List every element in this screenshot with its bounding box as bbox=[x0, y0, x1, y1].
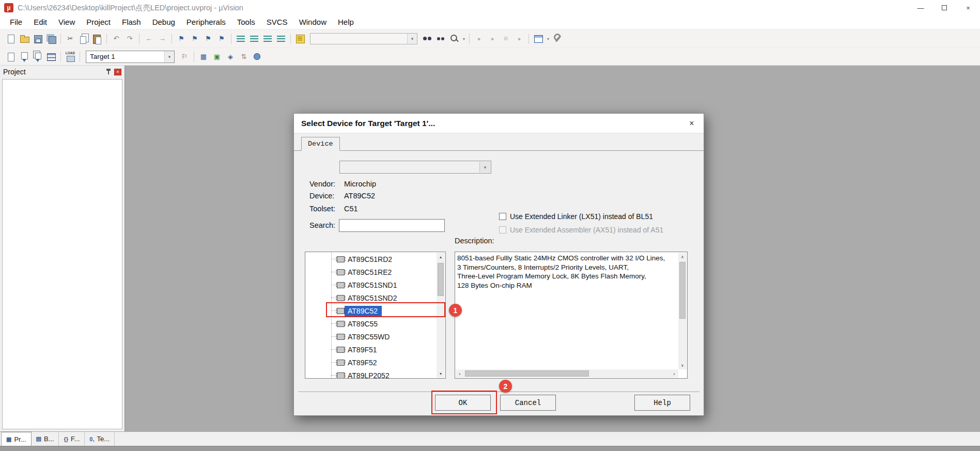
maximize-button[interactable] bbox=[932, 0, 956, 15]
zoom-icon[interactable]: ▾ bbox=[448, 33, 460, 45]
scroll-up-icon[interactable]: ▴ bbox=[437, 253, 445, 261]
scroll-thumb[interactable] bbox=[465, 370, 589, 377]
device-list-item[interactable]: AT89F51 bbox=[305, 343, 437, 356]
bookmark-clear-icon[interactable]: ⚑ bbox=[215, 33, 228, 45]
chevron-down-icon[interactable]: ▾ bbox=[407, 34, 417, 44]
device-list-item[interactable]: AT89C51RE2 bbox=[305, 266, 437, 278]
configure-watch-icon[interactable] bbox=[294, 33, 306, 45]
cpu-dropdown[interactable]: ▾ bbox=[339, 161, 491, 174]
extended-linker-checkbox[interactable]: Use Extended Linker (LX51) instead of BL… bbox=[499, 212, 653, 221]
device-list-item[interactable]: AT89C51SND1 bbox=[305, 278, 437, 291]
nav-forward-icon[interactable]: → bbox=[156, 33, 168, 45]
comment-icon[interactable] bbox=[261, 33, 274, 45]
device-list-item[interactable]: AT89C52 bbox=[305, 304, 437, 317]
rebuild-icon[interactable] bbox=[32, 51, 44, 63]
configure-icon[interactable] bbox=[551, 33, 564, 45]
window-layout-icon[interactable]: ▾ bbox=[532, 33, 545, 45]
menu-flash[interactable]: Flash bbox=[116, 15, 147, 29]
save-icon[interactable] bbox=[32, 33, 44, 45]
find-icon[interactable] bbox=[434, 33, 447, 45]
manage-project-items-icon[interactable]: ▦ bbox=[197, 51, 210, 63]
menu-tools[interactable]: Tools bbox=[231, 15, 261, 29]
search-input[interactable] bbox=[339, 219, 445, 232]
menu-window[interactable]: Window bbox=[293, 15, 332, 29]
bottom-tab-project[interactable]: ▦Pr... bbox=[1, 432, 32, 446]
bookmark-next-icon[interactable]: ⚑ bbox=[202, 33, 214, 45]
bottom-tab-templates[interactable]: 0,Te... bbox=[85, 432, 115, 446]
menu-view[interactable]: View bbox=[53, 15, 81, 29]
open-folder-icon[interactable] bbox=[18, 33, 30, 45]
menu-svcs[interactable]: SVCS bbox=[261, 15, 293, 29]
batch-build-icon[interactable] bbox=[45, 51, 57, 63]
build-icon[interactable] bbox=[18, 51, 30, 63]
scroll-down-icon[interactable]: ∨ bbox=[678, 361, 687, 369]
chevron-down-icon[interactable]: ▾ bbox=[547, 37, 549, 41]
menu-project[interactable]: Project bbox=[81, 15, 116, 29]
scroll-thumb[interactable] bbox=[438, 263, 444, 296]
pin-icon[interactable] bbox=[105, 69, 112, 75]
manage-rte-icon[interactable]: ▣ bbox=[211, 51, 223, 63]
close-button[interactable]: × bbox=[956, 0, 980, 15]
device-list-scrollbar[interactable]: ▴ ▾ bbox=[437, 253, 445, 378]
minimize-button[interactable]: — bbox=[909, 0, 932, 15]
nav-back-icon[interactable]: ← bbox=[143, 33, 155, 45]
menu-file[interactable]: File bbox=[4, 15, 28, 29]
bottom-tab-functions[interactable]: {}F... bbox=[59, 432, 85, 446]
menu-peripherals[interactable]: Peripherals bbox=[181, 15, 231, 29]
menu-debug[interactable]: Debug bbox=[147, 15, 181, 29]
device-list-item[interactable]: AT89LP2052 bbox=[305, 369, 437, 378]
tab-device[interactable]: Device bbox=[301, 137, 340, 151]
save-all-icon[interactable] bbox=[45, 33, 57, 45]
description-box[interactable]: 8051-based Fullly Static 24MHz CMOS cont… bbox=[455, 252, 688, 379]
undo-icon[interactable]: ↶ bbox=[110, 33, 122, 45]
pack-installer-icon[interactable]: ⇅ bbox=[238, 51, 250, 63]
translate-icon[interactable] bbox=[5, 51, 17, 63]
scroll-right-icon[interactable]: › bbox=[670, 369, 678, 378]
help-button[interactable]: Help bbox=[634, 395, 690, 411]
breakpoint-insert-icon[interactable]: ● bbox=[473, 33, 485, 45]
uncomment-icon[interactable] bbox=[275, 33, 287, 45]
download-icon[interactable]: LOAD bbox=[64, 51, 76, 63]
bookmark-toggle-icon[interactable]: ⚑ bbox=[175, 33, 188, 45]
checkbox-icon[interactable] bbox=[499, 213, 506, 220]
device-list-item[interactable]: AT89C55 bbox=[305, 317, 437, 330]
chevron-down-icon[interactable]: ▾ bbox=[463, 37, 465, 41]
scroll-down-icon[interactable]: ▾ bbox=[437, 369, 445, 378]
scroll-up-icon[interactable]: ∧ bbox=[678, 253, 687, 261]
description-hscrollbar[interactable]: ‹ › bbox=[456, 369, 678, 378]
bottom-tab-books[interactable]: ▤B... bbox=[32, 432, 59, 446]
new-file-icon[interactable] bbox=[5, 33, 17, 45]
menu-help[interactable]: Help bbox=[332, 15, 360, 29]
cut-icon[interactable]: ✂ bbox=[64, 33, 76, 45]
select-packs-icon[interactable]: ◈ bbox=[224, 51, 237, 63]
panel-close-icon[interactable]: × bbox=[114, 69, 121, 75]
target-combobox[interactable]: Target 1▾ bbox=[86, 51, 175, 63]
description-vscrollbar[interactable]: ∧ ∨ bbox=[678, 253, 687, 369]
scroll-left-icon[interactable]: ‹ bbox=[456, 369, 464, 378]
paste-icon[interactable] bbox=[91, 33, 103, 45]
find-in-files-icon[interactable] bbox=[421, 33, 433, 45]
breakpoint-disable-icon[interactable]: ⊘ bbox=[500, 33, 512, 45]
chevron-down-icon[interactable]: ▾ bbox=[479, 162, 490, 173]
cancel-button[interactable]: Cancel bbox=[500, 395, 556, 411]
bookmark-prev-icon[interactable]: ⚑ bbox=[189, 33, 201, 45]
device-list[interactable]: AT89C51RD2AT89C51RE2AT89C51SND1AT89C51SN… bbox=[305, 252, 446, 379]
dialog-close-icon[interactable]: × bbox=[680, 114, 704, 133]
books-icon[interactable] bbox=[251, 51, 263, 63]
find-combobox[interactable]: ▾ bbox=[310, 33, 417, 44]
device-list-item[interactable]: AT89F52 bbox=[305, 356, 437, 369]
redo-icon[interactable]: ↷ bbox=[123, 33, 136, 45]
device-list-item[interactable]: AT89C51RD2 bbox=[305, 253, 437, 266]
project-panel-body[interactable] bbox=[2, 79, 122, 429]
device-list-item[interactable]: AT89C51SND2 bbox=[305, 291, 437, 304]
options-for-target-icon[interactable]: ⚐ bbox=[178, 51, 191, 63]
breakpoint-enable-icon[interactable]: ● bbox=[486, 33, 499, 45]
ok-button[interactable]: OK bbox=[435, 395, 491, 411]
breakpoint-clear-icon[interactable]: ● bbox=[513, 33, 525, 45]
chevron-down-icon[interactable]: ▾ bbox=[164, 51, 174, 63]
indent-icon[interactable] bbox=[248, 33, 260, 45]
scroll-thumb[interactable] bbox=[679, 262, 686, 319]
unindent-icon[interactable] bbox=[235, 33, 247, 45]
device-list-item[interactable]: AT89C55WD bbox=[305, 330, 437, 343]
menu-edit[interactable]: Edit bbox=[28, 15, 53, 29]
